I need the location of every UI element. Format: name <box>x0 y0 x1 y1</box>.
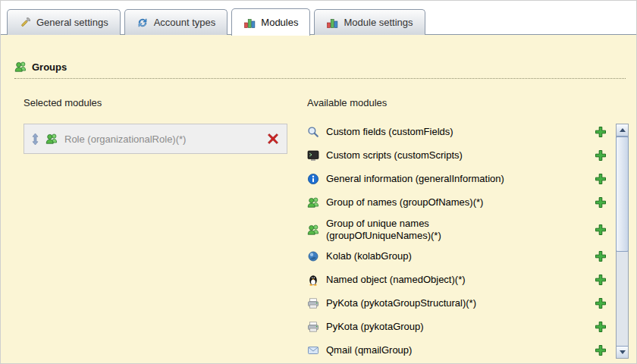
lam-config-window: General settings Account types Modules <box>0 0 637 364</box>
available-module-label: Kolab (kolabGroup) <box>326 250 412 262</box>
scrollbar-thumb[interactable] <box>616 136 629 252</box>
add-module-button[interactable] <box>595 196 607 209</box>
available-module-row: PyKota (pykotaGroupStructural)(*) <box>307 295 610 312</box>
available-module-label: Named object (namedObject)(*) <box>326 274 466 286</box>
printer-icon <box>307 297 319 309</box>
available-module-label: Qmail (qmailGroup) <box>326 344 412 356</box>
chevron-up-icon <box>620 128 626 132</box>
available-module-row: Custom scripts (customScripts) <box>307 147 610 164</box>
scrollbar-track[interactable] <box>617 136 628 346</box>
add-module-button[interactable] <box>595 173 607 185</box>
add-module-button[interactable] <box>595 274 607 286</box>
selected-modules-heading: Selected modules <box>24 97 287 108</box>
tux-icon <box>307 274 319 286</box>
mail-icon <box>307 344 319 356</box>
available-modules-list: Custom fields (customFields) <box>307 124 616 363</box>
available-module-row: Kolab (kolabGroup) <box>307 248 610 265</box>
available-modules-scrollbar <box>616 124 629 359</box>
selected-module-row[interactable]: Role (organizationalRole)(*) <box>24 124 287 154</box>
available-module-row: Group of names (groupOfNames)(*) <box>307 194 610 211</box>
remove-module-button[interactable] <box>267 133 279 145</box>
modules-columns: Selected modules <box>24 97 629 363</box>
available-module-row: Qmail (qmailGroup) <box>307 342 610 359</box>
wrench-icon <box>19 17 31 29</box>
kolab-icon <box>307 250 319 262</box>
group-icon <box>46 133 58 145</box>
available-modules-listwrap: Custom fields (customFields) <box>307 124 629 363</box>
group-icon <box>14 61 27 73</box>
available-module-label: General information (generalInformation) <box>326 173 504 185</box>
add-module-button[interactable] <box>595 321 607 333</box>
drag-handle-icon[interactable] <box>32 133 39 145</box>
groups-section-header: Groups <box>14 61 626 79</box>
printer-icon <box>307 321 319 333</box>
group-icon <box>307 196 319 209</box>
available-module-label: Custom scripts (customScripts) <box>326 149 463 162</box>
available-module-row: Group of unique names (groupOfUniqueName… <box>307 218 610 241</box>
add-module-button[interactable] <box>595 344 607 356</box>
available-module-row: Custom fields (customFields) <box>307 124 610 140</box>
tab-label: Modules <box>261 17 298 28</box>
refresh-icon <box>136 17 149 29</box>
info-icon <box>307 173 319 185</box>
modules-tab-content: Groups Selected modules <box>1 34 636 363</box>
tab-account-types[interactable]: Account types <box>124 9 228 35</box>
module-settings-icon <box>326 17 338 29</box>
tab-general-settings[interactable]: General settings <box>7 9 121 35</box>
section-title: Groups <box>32 61 67 73</box>
available-modules-heading: Available modules <box>307 97 629 108</box>
add-module-button[interactable] <box>595 250 607 262</box>
magnifier-icon <box>307 126 319 138</box>
scroll-up-button[interactable] <box>617 124 628 136</box>
tab-label: Account types <box>154 17 216 28</box>
tab-modules[interactable]: Modules <box>231 8 310 36</box>
selected-module-label: Role (organizationalRole)(*) <box>64 133 260 145</box>
tab-label: Module settings <box>344 17 413 28</box>
available-module-row: General information (generalInformation) <box>307 171 610 187</box>
add-module-button[interactable] <box>595 297 607 309</box>
tab-bar: General settings Account types Modules <box>7 7 630 35</box>
available-module-label: Group of names (groupOfNames)(*) <box>326 196 483 209</box>
available-module-row: Named object (namedObject)(*) <box>307 271 610 288</box>
available-module-label: Custom fields (customFields) <box>326 126 453 138</box>
add-module-button[interactable] <box>595 126 607 138</box>
modules-icon <box>243 17 256 29</box>
tab-label: General settings <box>36 17 108 28</box>
chevron-down-icon <box>620 350 626 354</box>
script-icon <box>307 149 319 162</box>
selected-modules-column: Selected modules <box>24 97 287 363</box>
add-module-button[interactable] <box>595 224 607 236</box>
group-icon <box>307 224 319 236</box>
available-modules-column: Available modules Custom fields (customF… <box>307 97 629 363</box>
scroll-down-button[interactable] <box>617 346 628 358</box>
tab-module-settings[interactable]: Module settings <box>314 9 425 35</box>
available-module-label: Group of unique names (groupOfUniqueName… <box>326 218 529 241</box>
available-module-label: PyKota (pykotaGroupStructural)(*) <box>326 297 476 309</box>
available-module-label: PyKota (pykotaGroup) <box>326 321 424 333</box>
add-module-button[interactable] <box>595 149 607 162</box>
available-module-row: PyKota (pykotaGroup) <box>307 318 610 335</box>
